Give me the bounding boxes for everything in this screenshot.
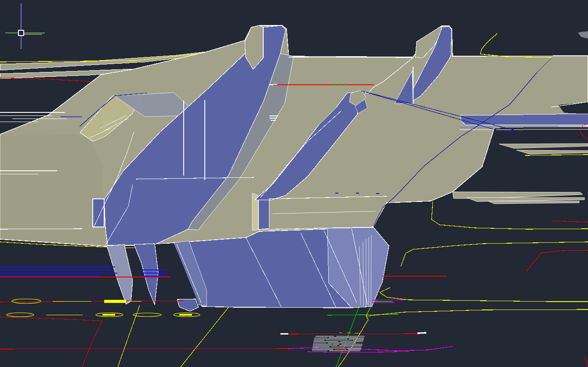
white-dash-mid-top	[269, 84, 277, 85]
channel-blue-right[interactable]	[461, 114, 588, 125]
crosshair-pickbox	[18, 30, 24, 36]
white-dash-761-left	[280, 334, 288, 334]
magenta-dash-1[interactable]	[372, 300, 405, 300]
model-scene	[0, 0, 588, 367]
viewport-canvas[interactable]	[0, 0, 588, 367]
channel-blue-thin[interactable]	[460, 127, 588, 127]
yellow-solid-r1[interactable]	[104, 300, 126, 303]
rect-blue-center[interactable]	[258, 198, 269, 230]
white-dash-761-right	[417, 333, 426, 333]
terrain-lower-shade	[0, 134, 105, 244]
rect-blue-left[interactable]	[93, 199, 104, 227]
